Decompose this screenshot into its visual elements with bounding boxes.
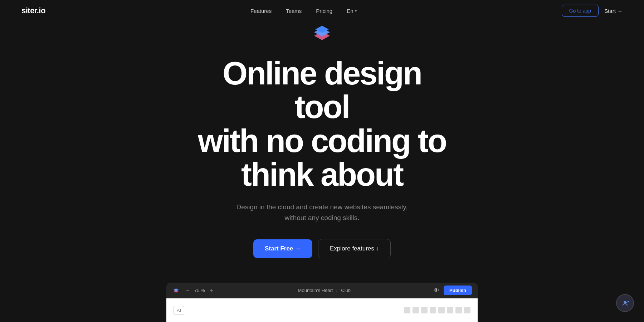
editor-icon-7[interactable] bbox=[455, 307, 462, 313]
nav-pricing[interactable]: Pricing bbox=[316, 8, 332, 14]
hero-subtitle: Design in the cloud and create new websi… bbox=[236, 202, 408, 224]
svg-point-2 bbox=[628, 301, 629, 302]
editor-icon-4[interactable] bbox=[430, 307, 436, 313]
publish-button[interactable]: Publish bbox=[444, 286, 472, 295]
lang-label: En bbox=[347, 8, 353, 14]
zoom-controls: − 75 % + bbox=[184, 287, 215, 294]
app-logo-icon bbox=[172, 287, 180, 294]
explore-features-button[interactable]: Explore features ↓ bbox=[318, 239, 391, 258]
breadcrumb-part2: Club bbox=[341, 288, 351, 293]
start-button[interactable]: Start → bbox=[604, 8, 623, 14]
nav-features[interactable]: Features bbox=[250, 8, 272, 14]
nav-actions: Go to app Start → bbox=[562, 5, 623, 17]
toolbar-left: − 75 % + bbox=[172, 287, 215, 294]
hero-logo-icon bbox=[309, 21, 335, 47]
breadcrumb-separator: / bbox=[336, 288, 338, 293]
editor-icon-1[interactable] bbox=[404, 307, 410, 313]
zoom-in-button[interactable]: + bbox=[208, 287, 215, 294]
hero-section: Online design tool with no coding to thi… bbox=[0, 0, 644, 322]
zoom-out-button[interactable]: − bbox=[184, 287, 191, 294]
editor-icon-2[interactable] bbox=[413, 307, 419, 313]
editor-icon-5[interactable] bbox=[438, 307, 445, 313]
language-selector[interactable]: En ▾ bbox=[347, 8, 356, 14]
app-preview: − 75 % + Mountain's Heart / Club 👁 Publi… bbox=[166, 283, 478, 322]
editor-icon-3[interactable] bbox=[421, 307, 428, 313]
editor-right-icons bbox=[404, 307, 470, 313]
app-canvas: AI bbox=[166, 298, 478, 322]
hero-buttons: Start Free → Explore features ↓ bbox=[253, 239, 391, 258]
brand-logo[interactable]: siter.io bbox=[21, 6, 45, 15]
editor-icon-6[interactable] bbox=[447, 307, 453, 313]
zoom-value: 75 % bbox=[194, 288, 205, 293]
toolbar-breadcrumb: Mountain's Heart / Club bbox=[298, 288, 351, 293]
start-free-button[interactable]: Start Free → bbox=[253, 239, 312, 258]
chat-bubble-button[interactable] bbox=[616, 294, 634, 312]
hero-title: Online design tool with no coding to thi… bbox=[193, 57, 451, 192]
breadcrumb-part1: Mountain's Heart bbox=[298, 288, 333, 293]
preview-icon[interactable]: 👁 bbox=[434, 287, 439, 294]
nav-teams[interactable]: Teams bbox=[286, 8, 302, 14]
svg-point-0 bbox=[624, 301, 626, 304]
navbar: siter.io Features Teams Pricing En ▾ Go … bbox=[0, 0, 644, 21]
ai-label: AI bbox=[174, 306, 184, 315]
go-to-app-button[interactable]: Go to app bbox=[562, 5, 599, 17]
chat-icon bbox=[621, 299, 629, 307]
editor-icon-8[interactable] bbox=[464, 307, 470, 313]
app-toolbar: − 75 % + Mountain's Heart / Club 👁 Publi… bbox=[166, 283, 478, 298]
nav-links: Features Teams Pricing En ▾ bbox=[250, 8, 357, 14]
toolbar-right: 👁 Publish bbox=[434, 286, 472, 295]
chevron-down-icon: ▾ bbox=[355, 9, 357, 13]
